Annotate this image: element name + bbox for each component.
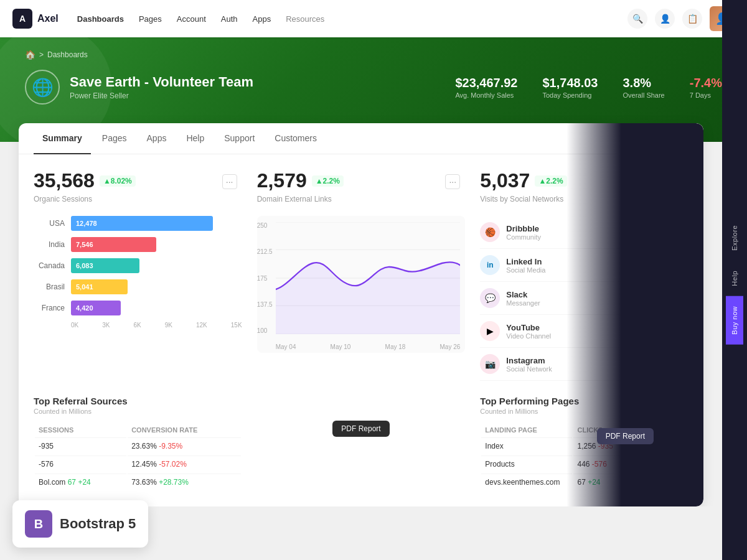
hero-globe-icon: 🌐 [25,70,60,105]
slack-info: Slack Messanger [506,290,627,307]
hero-title: Save Earth - Volunteer Team [70,74,253,90]
nav-right: 🔍 👤 📋 👤 [627,6,735,31]
hero-content: 🌐 Save Earth - Volunteer Team Power Elit… [25,70,722,105]
bootstrap-badge: B Bootstrap 5 [12,500,148,506]
hero-stat-label: Today Spending [543,91,598,99]
linkedin-change: ▼0.4% [657,259,688,271]
pdf-dark-btn: PDF Report [597,428,654,444]
tab-apps[interactable]: Apps [138,123,176,154]
hero-subtitle: Power Elite Seller [70,91,253,100]
bar-row-canada: Canada 6,083 [34,258,242,273]
youtube-change: ▲4.1% [657,325,688,337]
bar-chart: USA 12,478 India 7,546 Canada 6,083 [34,216,242,329]
navbar: A Axel Dashboards Pages Account Auth App… [0,0,747,37]
tab-summary[interactable]: Summary [34,123,91,154]
hero-stat-spending: $1,748.03 Today Spending [543,76,598,99]
slack-icon: 💬 [480,288,500,308]
bar-row-france: France 4,420 [34,301,242,315]
col-sessions: SESSIONS [35,424,126,436]
hero-stat-share: 3.8% Overall Share [622,76,664,99]
top-pages-table: LANDING PAGE CLICKS AVG. POSITION Index … [480,422,688,492]
top-pages-title: Top Performing Pages [480,396,688,406]
referral-section: Top Referral Sources Counted in Millions… [34,396,242,492]
domain-label: Domain External Links [257,195,466,203]
buy-now-btn[interactable]: Buy now [726,296,743,345]
organic-label: Organic Sessions [34,195,242,203]
social-networks-card: ··· 5,037 ▲2.2% Visits by Social Network… [480,169,688,381]
domain-metric-header: 2,579 ▲2.2% Domain External Links [257,169,466,203]
brand[interactable]: A Axel [12,9,59,29]
notifications-button[interactable]: 👤 [655,9,675,29]
dribbble-change: ▲2.6% [657,226,688,238]
pdf-report-button[interactable]: PDF Report [332,421,389,437]
hero-text: Save Earth - Volunteer Team Power Elite … [70,74,253,100]
metrics-row: ··· 35,568 ▲8.02% Organic Sessions USA 1… [19,154,703,396]
social-row-instagram: 📷 Instagram Social Network 1,458 ▲8.3% [480,348,688,381]
breadcrumb-separator: > [39,50,44,59]
nav-apps[interactable]: Apps [253,14,271,24]
breadcrumb-home: 🏠 [25,50,35,60]
tab-help[interactable]: Help [177,123,213,154]
hero-stat-label: 7 Days [690,91,722,99]
tabs: Summary Pages Apps Help Support Customer… [19,123,703,154]
nav-auth[interactable]: Auth [221,14,238,24]
domain-more-btn[interactable]: ··· [445,174,460,189]
instagram-info: Instagram Social Network [506,356,620,373]
social-row-linkedin: in Linked In Social Media 1,088 ▼0.4% [480,249,688,282]
social-metric-header: 5,037 ▲2.2% Visits by Social Networks [480,169,688,203]
breadcrumb: 🏠 > Dashboards [25,50,722,60]
dribbble-icon: 🏀 [480,222,500,242]
nav-pages[interactable]: Pages [139,14,162,24]
settings-button[interactable]: 📋 [682,9,702,29]
hero-stats: $23,467.92 Avg. Monthly Sales $1,748.03 … [455,76,722,99]
tab-support[interactable]: Support [215,123,263,154]
top-pages-section: Top Performing Pages Counted in Millions… [480,396,688,492]
linkedin-icon: in [480,255,500,275]
nav-dashboards[interactable]: Dashboards [77,14,124,24]
chart-x-labels: May 04 May 10 May 18 May 26 [276,343,461,350]
hero-stat-label: Avg. Monthly Sales [455,91,517,99]
organic-more-btn[interactable]: ··· [222,174,237,189]
referral-subtitle: Counted in Millions [34,408,242,415]
organic-metric-header: 35,568 ▲8.02% Organic Sessions [34,169,242,203]
social-metric-value: 5,037 ▲2.2% [480,169,688,192]
right-panel: Explore Help Buy now [722,0,747,506]
table-row: devs.keenthemes.com 67 +24 7.63 +8.73 [481,474,687,490]
col-landing: LANDING PAGE [481,424,572,436]
help-btn[interactable]: Help [726,261,743,296]
explore-btn[interactable]: Explore [726,215,743,261]
linkedin-info: Linked In Social Media [506,257,620,274]
hero-stat-days: -7.4% 7 Days [690,76,722,99]
chart-svg [276,222,461,334]
table-row: Bol.com 67 +24 73.63% +28.73% [35,474,241,490]
youtube-icon: ▶ [480,321,500,341]
hero-stat-label: Overall Share [622,91,664,99]
top-pages-subtitle: Counted in Millions [480,408,688,415]
social-row-youtube: ▶ YouTube Video Channel 978 ▲4.1% [480,315,688,348]
nav-account[interactable]: Account [177,14,206,24]
referral-table: SESSIONS CONVERSION RATE -935 23.63% -9.… [34,422,242,492]
tab-pages[interactable]: Pages [93,123,136,154]
instagram-icon: 📷 [480,354,500,374]
hero-stat-monthly-sales: $23,467.92 Avg. Monthly Sales [455,76,517,99]
search-button[interactable]: 🔍 [627,9,647,29]
brand-name: Axel [37,13,59,24]
hero-left: 🌐 Save Earth - Volunteer Team Power Elit… [25,70,253,105]
pdf-report-dark-button[interactable]: PDF Report [597,428,654,444]
social-badge: ▲2.2% [535,175,566,187]
nav-resources[interactable]: Resources [286,14,324,24]
bar-row-india: India 7,546 [34,237,242,252]
instagram-change: ▲8.3% [657,358,688,370]
bar-row-brasil: Brasil 5,041 [34,279,242,294]
tab-customers[interactable]: Customers [266,123,326,154]
hero-stat-value: $1,748.03 [543,76,598,90]
table-row: Index 1,256 -935 2.63 -1.35 [481,437,687,454]
table-row: Products 446 -576 1.45 0.32 [481,455,687,472]
domain-badge: ▲2.2% [312,175,344,187]
col-conversion: CONVERSION RATE [128,424,241,436]
hero-stat-value: 3.8% [622,76,664,90]
main-card: Summary Pages Apps Help Support Customer… [19,123,703,506]
table-row: -935 23.63% -9.35% [35,437,241,454]
social-row-dribbble: 🏀 Dribbble Community 579 ▲2.6% [480,216,688,249]
social-more-btn[interactable]: ··· [669,174,684,189]
